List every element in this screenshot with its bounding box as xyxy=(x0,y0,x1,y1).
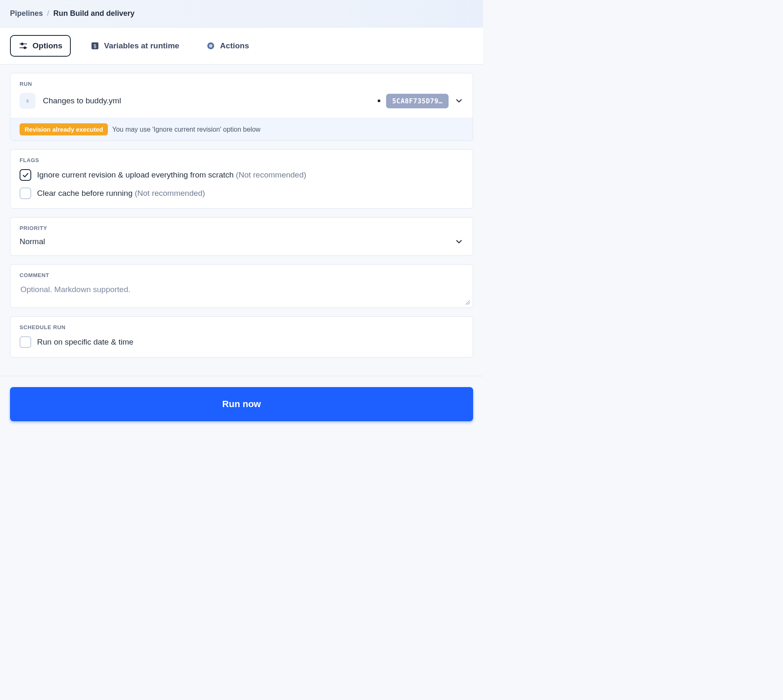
tab-options[interactable]: Options xyxy=(10,35,71,57)
svg-point-1 xyxy=(21,43,23,45)
svg-line-9 xyxy=(468,302,470,305)
checkbox-clear-cache-label: Clear cache before running (Not recommen… xyxy=(37,189,205,198)
schedule-panel: SCHEDULE RUN Run on specific date & time xyxy=(10,316,473,358)
resize-grip-icon[interactable] xyxy=(464,299,470,305)
flags-section-label: FLAGS xyxy=(20,157,464,163)
svg-point-3 xyxy=(24,47,26,49)
checkbox-schedule-run-label: Run on specific date & time xyxy=(37,338,133,347)
hash-bullet xyxy=(378,100,380,102)
priority-panel: PRIORITY Normal xyxy=(10,217,473,256)
footer: Run now xyxy=(0,376,483,434)
breadcrumb-root[interactable]: Pipelines xyxy=(10,9,43,18)
run-section-label: RUN xyxy=(20,81,464,87)
checkbox-ignore-revision-label: Ignore current revision & upload everyth… xyxy=(37,170,306,180)
tab-options-label: Options xyxy=(32,41,62,50)
chevron-down-icon[interactable] xyxy=(454,96,464,105)
tab-variables[interactable]: $ Variables at runtime xyxy=(82,36,187,56)
priority-value: Normal xyxy=(20,237,45,246)
tab-actions-label: Actions xyxy=(220,41,249,50)
commit-hash-pill[interactable]: 5CA8F735D79… xyxy=(386,94,449,108)
run-title: Changes to buddy.yml xyxy=(43,96,121,105)
commit-avatar: s xyxy=(20,93,35,109)
comment-section-label: COMMENT xyxy=(20,272,464,278)
svg-point-7 xyxy=(209,44,212,48)
dollar-box-icon: $ xyxy=(90,41,100,51)
run-panel: RUN s Changes to buddy.yml 5CA8F735D79… … xyxy=(10,73,473,141)
tab-variables-label: Variables at runtime xyxy=(104,41,180,50)
priority-select[interactable]: Normal xyxy=(20,237,464,246)
gear-badge-icon xyxy=(206,41,216,51)
schedule-section-label: SCHEDULE RUN xyxy=(20,324,464,330)
revision-executed-badge: Revision already executed xyxy=(20,123,108,135)
tab-actions[interactable]: Actions xyxy=(198,36,257,56)
checkbox-clear-cache[interactable] xyxy=(20,188,31,199)
run-now-button[interactable]: Run now xyxy=(10,387,473,421)
svg-text:$: $ xyxy=(93,43,96,49)
breadcrumb-current: Run Build and delivery xyxy=(53,9,135,18)
revision-executed-text: You may use 'Ignore current revision' op… xyxy=(112,126,260,133)
chevron-down-icon xyxy=(454,237,464,246)
svg-line-8 xyxy=(466,300,470,305)
comment-panel: COMMENT xyxy=(10,264,473,308)
revision-executed-banner: Revision already executed You may use 'I… xyxy=(10,118,473,140)
tabs-bar: Options $ Variables at runtime Actions xyxy=(0,28,483,65)
priority-section-label: PRIORITY xyxy=(20,225,464,231)
comment-textarea[interactable] xyxy=(20,284,464,295)
checkbox-schedule-run[interactable] xyxy=(20,336,31,348)
flags-panel: FLAGS Ignore current revision & upload e… xyxy=(10,149,473,209)
breadcrumb: Pipelines / Run Build and delivery xyxy=(0,0,483,28)
breadcrumb-separator: / xyxy=(47,9,49,18)
checkbox-ignore-revision[interactable] xyxy=(20,169,31,181)
sliders-icon xyxy=(18,41,28,51)
